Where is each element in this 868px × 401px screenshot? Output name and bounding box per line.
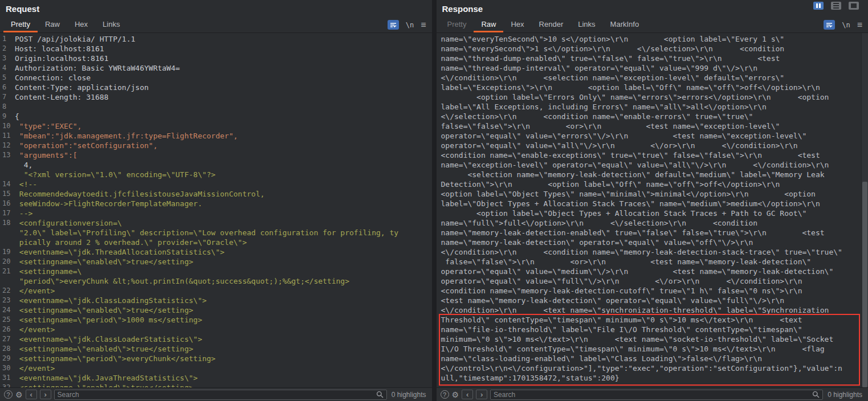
search-settings-gear-icon[interactable]: ⚙ bbox=[452, 390, 459, 399]
tab-links[interactable]: Links bbox=[95, 17, 127, 32]
menu-icon[interactable]: ≡ bbox=[421, 21, 426, 30]
search-settings-gear-icon[interactable]: ⚙ bbox=[15, 390, 23, 399]
response-code-line: false=\"false\">\r\n <or>\r\n <test name… bbox=[437, 257, 861, 267]
code-text: "arguments":[ bbox=[15, 150, 78, 160]
response-header: Response bbox=[437, 0, 868, 17]
request-code-line: 26 </event> bbox=[0, 325, 432, 334]
response-scrollbar[interactable] bbox=[861, 33, 868, 387]
response-code-line: <condition name=\"enable-exceptions\" tr… bbox=[437, 150, 861, 160]
request-code-line: 18 <configurationversion=\ bbox=[0, 218, 432, 228]
line-number: 17 bbox=[0, 208, 15, 218]
request-code-line: 15 Recommendedwaytoedit.jfcfilesistouseJ… bbox=[0, 189, 432, 199]
help-icon[interactable]: ? bbox=[4, 390, 13, 399]
response-panel: Response PrettyRawHexRenderLinksMarkInfo… bbox=[437, 0, 868, 401]
code-text: pically around 2 % overhead.\" provider=… bbox=[15, 238, 247, 247]
line-number: 23 bbox=[0, 296, 15, 305]
code-text: <eventname=\"jdk.ClassLoadingStatistics\… bbox=[15, 296, 207, 305]
scrollbar-thumb[interactable] bbox=[862, 182, 867, 387]
tab-raw[interactable]: Raw bbox=[38, 17, 67, 32]
prev-match-button[interactable]: ‹ bbox=[462, 390, 473, 399]
request-code-line: 23 <eventname=\"jdk.ClassLoadingStatisti… bbox=[0, 296, 432, 305]
tab-render[interactable]: Render bbox=[532, 17, 571, 32]
search-field bbox=[54, 390, 387, 400]
request-code-line: "<?xml version=\"1.0\" encoding=\"UTF-8\… bbox=[0, 170, 432, 179]
request-code-line: 25 <settingname=\"period\">1000 ms</sett… bbox=[0, 315, 432, 325]
request-code-line: 21 <settingname=\ bbox=[0, 267, 432, 276]
response-code-line: name=\"thread-dump-interval\" operator=\… bbox=[437, 63, 861, 73]
line-number bbox=[0, 228, 15, 238]
line-number: 8 bbox=[0, 102, 15, 112]
rows-layout-icon[interactable] bbox=[831, 2, 841, 10]
request-code-line: 20 <settingname=\"enabled\">true</settin… bbox=[0, 257, 432, 267]
tab-raw[interactable]: Raw bbox=[474, 17, 503, 32]
tab-hex[interactable]: Hex bbox=[503, 17, 531, 32]
single-layout-icon[interactable] bbox=[849, 2, 859, 10]
response-search-bar: ? ⚙ ‹ › 0 highlights bbox=[437, 387, 868, 401]
search-input[interactable] bbox=[494, 391, 810, 399]
response-code-line: <selection name=\"memory-leak-detection\… bbox=[437, 170, 861, 179]
code-text: POST /api/jolokia/ HTTP/1.1 bbox=[15, 34, 135, 44]
soft-wrap-icon[interactable] bbox=[388, 20, 399, 30]
request-code-line: 24 <settingname=\"enabled\">true</settin… bbox=[0, 305, 432, 315]
request-editor[interactable]: 1POST /api/jolokia/ HTTP/1.12Host: local… bbox=[0, 33, 432, 387]
code-text: "2.0\" label=\"Profiling\" description=\… bbox=[15, 228, 398, 238]
search-icon bbox=[376, 391, 384, 398]
tab-pretty[interactable]: Pretty bbox=[440, 17, 474, 32]
request-code-line: 16 seeWindow->FlightRecorderTemplateMana… bbox=[0, 199, 432, 208]
prev-match-button[interactable]: ‹ bbox=[26, 390, 37, 399]
tab-links[interactable]: Links bbox=[570, 17, 602, 32]
response-code-line: name=\"everyTenSecond\">10 s<\/option>\r… bbox=[437, 34, 861, 44]
line-number: 6 bbox=[0, 83, 15, 92]
request-code-line: 8 bbox=[0, 102, 432, 112]
line-number: 1 bbox=[0, 34, 15, 44]
code-text: <eventname=\"jdk.JavaThreadStatistics\"> bbox=[15, 373, 198, 383]
line-number: 21 bbox=[0, 267, 15, 276]
search-input[interactable] bbox=[58, 391, 374, 399]
response-editor[interactable]: name=\"everyTenSecond\">10 s<\/option>\r… bbox=[437, 33, 868, 387]
tab-hex[interactable]: Hex bbox=[67, 17, 95, 32]
response-code-line: name=\"exception-level\" operator=\"equa… bbox=[437, 160, 861, 170]
response-code-line: ull,"timestamp":1701358472,"status":200} bbox=[437, 373, 861, 383]
request-code-line: 30 </event> bbox=[0, 363, 432, 373]
line-number: 15 bbox=[0, 189, 15, 199]
next-match-button[interactable]: › bbox=[40, 390, 51, 399]
request-code-line: 4, bbox=[0, 160, 432, 170]
next-match-button[interactable]: › bbox=[476, 390, 487, 399]
response-code-line: <option label=\"Object Types\" name=\"mi… bbox=[437, 189, 861, 199]
response-code-line: Threshold\" contentType=\"timespan\" min… bbox=[437, 315, 861, 325]
request-code-line: 3Origin:localhost:8161 bbox=[0, 54, 432, 63]
code-text: <settingname=\"period\">everyChunk</sett… bbox=[15, 354, 215, 363]
response-code: name=\"everyTenSecond\">10 s<\/option>\r… bbox=[437, 34, 868, 383]
line-number bbox=[0, 170, 15, 179]
code-text: Connection: close bbox=[15, 73, 91, 83]
request-code-line: 12 "operation":"setConfiguration", bbox=[0, 141, 432, 150]
code-text: <settingname=\"enabled\">true</setting> bbox=[15, 257, 193, 267]
response-code-line: name=\"everySecond\">1 s<\/option>\r\n <… bbox=[437, 44, 861, 54]
response-code-line: operator=\"equal\" value=\"errors\"\/>\r… bbox=[437, 131, 861, 141]
menu-icon[interactable]: ≡ bbox=[857, 21, 862, 30]
message-editor: Request PrettyRawHexLinks \n ≡ 1POST /ap… bbox=[0, 0, 868, 401]
tab-pretty[interactable]: Pretty bbox=[3, 17, 38, 32]
response-code-line: I\/O Threshold\" contentType=\"timespan\… bbox=[437, 344, 861, 354]
line-number: 14 bbox=[0, 179, 15, 189]
columns-layout-icon[interactable] bbox=[813, 2, 824, 10]
request-code-line: "2.0\" label=\"Profiling\" description=\… bbox=[0, 228, 432, 238]
request-code-line: pically around 2 % overhead.\" provider=… bbox=[0, 238, 432, 247]
line-number: 13 bbox=[0, 150, 15, 160]
request-code-line: 9{ bbox=[0, 112, 432, 121]
highlights-count: 0 highlights bbox=[390, 391, 428, 399]
code-text: Host: localhost:8161 bbox=[15, 44, 104, 54]
newline-chars-icon[interactable]: \n bbox=[406, 21, 414, 29]
request-code-line: 10 "type":"EXEC", bbox=[0, 121, 432, 131]
tab-markinfo[interactable]: MarkInfo bbox=[603, 17, 647, 32]
panel-divider[interactable] bbox=[432, 0, 437, 401]
line-number bbox=[0, 160, 15, 170]
request-header: Request bbox=[0, 0, 432, 17]
line-number: 20 bbox=[0, 257, 15, 267]
response-code-line: <\/selection>\r\n <condition name=\"enab… bbox=[437, 112, 861, 121]
help-icon[interactable]: ? bbox=[441, 390, 449, 399]
newline-chars-icon[interactable]: \n bbox=[842, 21, 850, 29]
soft-wrap-icon[interactable] bbox=[824, 20, 835, 30]
request-code-line: 32 <settingname=\"enabled\">true</settin… bbox=[0, 383, 432, 387]
request-search-bar: ? ⚙ ‹ › 0 highlights bbox=[0, 387, 432, 401]
